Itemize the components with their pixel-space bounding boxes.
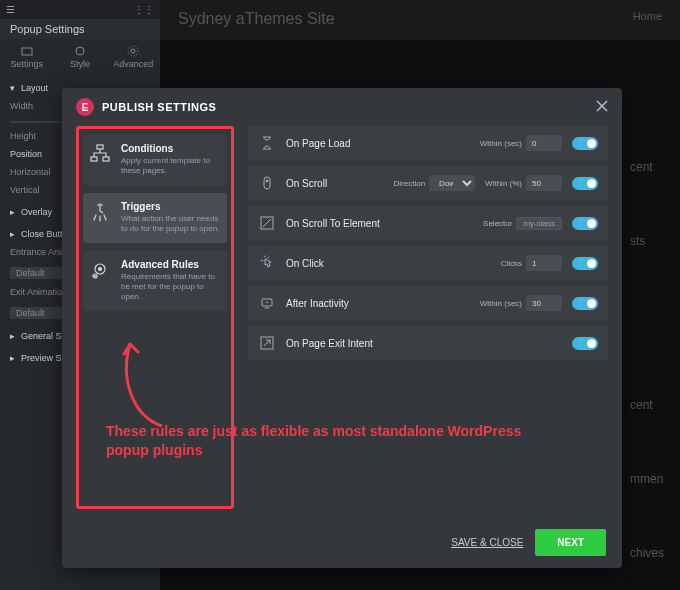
scroll-element-toggle[interactable] (572, 217, 598, 230)
inactivity-icon (258, 294, 276, 312)
trigger-on-page-load: On Page Load Within (sec) (248, 126, 608, 160)
modal-title: PUBLISH SETTINGS (102, 101, 216, 113)
next-button[interactable]: NEXT (535, 529, 606, 556)
trigger-after-inactivity: After Inactivity Within (sec) (248, 286, 608, 320)
tab-advanced[interactable]: Advanced (107, 39, 160, 75)
trigger-on-click: On Click Clicks (248, 246, 608, 280)
svg-rect-12 (264, 177, 270, 189)
element-icon (258, 214, 276, 232)
advanced-rules-icon (89, 259, 111, 281)
svg-rect-8 (103, 157, 109, 161)
scroll-toggle[interactable] (572, 177, 598, 190)
click-toggle[interactable] (572, 257, 598, 270)
conditions-icon (89, 143, 111, 165)
site-title: Sydney aThemes Site (178, 10, 335, 30)
advanced-rules-desc: Requirements that have to be met for the… (121, 272, 221, 303)
nav-home: Home (633, 10, 662, 30)
page-load-toggle[interactable] (572, 137, 598, 150)
svg-point-10 (99, 267, 102, 270)
scroll-icon (258, 174, 276, 192)
svg-point-3 (128, 46, 138, 56)
triggers-icon (89, 201, 111, 223)
close-icon[interactable] (596, 98, 608, 116)
preview-widgets: cent sts cent mmen chives (630, 160, 680, 590)
tab-style[interactable]: Style (53, 39, 106, 75)
category-advanced-rules[interactable]: Advanced Rules Requirements that have to… (83, 251, 227, 311)
menu-icon[interactable]: ☰ (6, 4, 15, 15)
svg-rect-6 (97, 145, 103, 149)
trigger-on-scroll-element: On Scroll To Element Selectormy-class (248, 206, 608, 240)
annotation-text: These rules are just as flexible as most… (106, 422, 546, 460)
elementor-icon: E (76, 98, 94, 116)
svg-rect-7 (91, 157, 97, 161)
preview-header: Sydney aThemes Site Home (160, 0, 680, 40)
exit-intent-icon (258, 334, 276, 352)
modal-footer: SAVE & CLOSE NEXT (62, 517, 622, 568)
save-and-close-link[interactable]: SAVE & CLOSE (451, 537, 523, 548)
hourglass-icon (258, 134, 276, 152)
advanced-rules-title: Advanced Rules (121, 259, 221, 270)
category-triggers[interactable]: Triggers What action the user needs to d… (83, 193, 227, 243)
inactivity-sec-input[interactable] (526, 295, 562, 311)
publish-settings-modal: E PUBLISH SETTINGS Conditions Apply curr… (62, 88, 622, 568)
sidebar-title: Popup Settings (0, 19, 160, 39)
selector-field[interactable]: my-class (516, 217, 562, 230)
inactivity-toggle[interactable] (572, 297, 598, 310)
svg-point-13 (266, 180, 268, 182)
scroll-percent-input[interactable] (526, 175, 562, 191)
page-load-sec-input[interactable] (526, 135, 562, 151)
trigger-exit-intent: On Page Exit Intent (248, 326, 608, 360)
apps-icon[interactable]: ⋮⋮ (134, 4, 154, 15)
exit-intent-toggle[interactable] (572, 337, 598, 350)
svg-rect-0 (22, 48, 32, 55)
clicks-input[interactable] (526, 255, 562, 271)
conditions-title: Conditions (121, 143, 221, 154)
svg-point-2 (131, 49, 135, 53)
svg-point-1 (76, 47, 84, 55)
tab-settings[interactable]: Settings (0, 39, 53, 75)
triggers-desc: What action the user needs to do for the… (121, 214, 221, 235)
modal-header: E PUBLISH SETTINGS (62, 88, 622, 126)
conditions-desc: Apply current template to these pages. (121, 156, 221, 177)
category-conditions[interactable]: Conditions Apply current template to the… (83, 135, 227, 185)
click-icon (258, 254, 276, 272)
triggers-title: Triggers (121, 201, 221, 212)
trigger-on-scroll: On Scroll DirectionDown Within (%) (248, 166, 608, 200)
scroll-direction-select[interactable]: Down (429, 175, 475, 191)
